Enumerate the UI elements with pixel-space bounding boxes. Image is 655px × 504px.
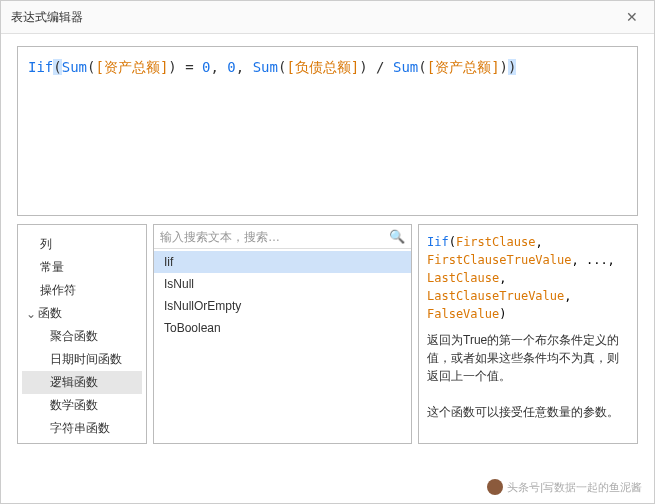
tree-item[interactable]: 列 <box>22 233 142 256</box>
expr-token: Iif <box>28 59 53 75</box>
function-item[interactable]: IsNull <box>154 273 411 295</box>
expression-textarea[interactable]: Iif(Sum([资产总额]) = 0, 0, Sum([负债总额]) / Su… <box>17 46 638 216</box>
description-text-2: 这个函数可以接受任意数量的参数。 <box>427 403 629 421</box>
sig-token: FirstClause <box>456 235 535 249</box>
expr-token: ( <box>53 59 61 75</box>
tree-item[interactable]: 聚合函数 <box>22 325 142 348</box>
titlebar: 表达式编辑器 ✕ <box>1 1 654 34</box>
expr-token: ) <box>500 59 508 75</box>
tree-item[interactable]: 字符串函数 <box>22 417 142 440</box>
search-row: 🔍 <box>154 225 411 249</box>
tree-item[interactable]: 操作符 <box>22 279 142 302</box>
search-input[interactable] <box>160 230 389 244</box>
expr-token: Sum <box>62 59 87 75</box>
expr-token: [资产总额] <box>95 59 168 75</box>
watermark-text: 头条号|写数据一起的鱼泥酱 <box>507 480 642 495</box>
function-list[interactable]: IifIsNullIsNullOrEmptyToBoolean <box>154 249 411 443</box>
sig-token: , <box>564 289 571 303</box>
tree-item[interactable]: 日期时间函数 <box>22 348 142 371</box>
expr-token: ) <box>168 59 176 75</box>
sig-token: LastClauseTrueValue <box>427 289 564 303</box>
expression-editor-dialog: 表达式编辑器 ✕ Iif(Sum([资产总额]) = 0, 0, Sum([负债… <box>0 0 655 504</box>
avatar-icon <box>487 479 503 495</box>
tree-item[interactable]: 逻辑函数 <box>22 371 142 394</box>
sig-token: , <box>535 235 542 249</box>
expr-token: 0 <box>227 59 235 75</box>
chevron-down-icon[interactable]: ⌄ <box>26 307 36 321</box>
expr-token: [负债总额] <box>286 59 359 75</box>
expr-token: Sum <box>253 59 278 75</box>
function-panel: 🔍 IifIsNullIsNullOrEmptyToBoolean <box>153 224 412 444</box>
sig-token: ) <box>499 307 506 321</box>
expr-token: Sum <box>393 59 418 75</box>
sig-token: FalseValue <box>427 307 499 321</box>
expr-token: 0 <box>202 59 210 75</box>
sig-token: , ..., <box>572 253 615 267</box>
expr-token: ) <box>359 59 367 75</box>
expr-token: ( <box>418 59 426 75</box>
function-item[interactable]: Iif <box>154 251 411 273</box>
expr-token: / <box>368 59 393 75</box>
tree-item[interactable]: ⌄函数 <box>22 302 142 325</box>
tree-label: 函数 <box>38 305 62 322</box>
tree-item[interactable]: 常量 <box>22 256 142 279</box>
tree-item[interactable]: 数学函数 <box>22 394 142 417</box>
bottom-panels: 列常量操作符⌄函数聚合函数日期时间函数逻辑函数数学函数字符串函数 🔍 IifIs… <box>17 224 638 444</box>
close-icon[interactable]: ✕ <box>620 7 644 27</box>
function-signature: Iif(FirstClause, FirstClauseTrueValue, .… <box>427 233 629 323</box>
watermark: 头条号|写数据一起的鱼泥酱 <box>487 479 642 495</box>
dialog-title: 表达式编辑器 <box>11 9 83 26</box>
function-item[interactable]: IsNullOrEmpty <box>154 295 411 317</box>
sig-token: FirstClauseTrueValue <box>427 253 572 267</box>
expr-token: , <box>236 59 253 75</box>
sig-token: ( <box>449 235 456 249</box>
description-text-1: 返回为True的第一个布尔条件定义的值，或者如果这些条件均不为真，则返回上一个值… <box>427 331 629 385</box>
category-tree[interactable]: 列常量操作符⌄函数聚合函数日期时间函数逻辑函数数学函数字符串函数 <box>17 224 147 444</box>
function-item[interactable]: ToBoolean <box>154 317 411 339</box>
expr-token: [资产总额] <box>427 59 500 75</box>
expr-token: , <box>211 59 228 75</box>
sig-token: Iif <box>427 235 449 249</box>
search-icon[interactable]: 🔍 <box>389 229 405 244</box>
expr-token: ) <box>508 59 516 75</box>
sig-token: LastClause <box>427 271 499 285</box>
sig-token: , <box>499 271 506 285</box>
description-panel: Iif(FirstClause, FirstClauseTrueValue, .… <box>418 224 638 444</box>
expr-token: = <box>177 59 202 75</box>
